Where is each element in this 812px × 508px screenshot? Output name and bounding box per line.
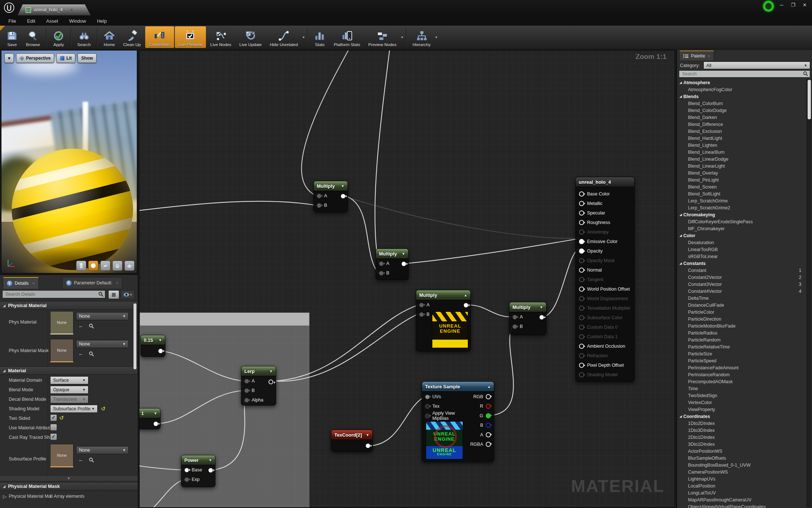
phys-material-mask-dropdown[interactable]: None▼	[76, 340, 129, 348]
node-material-result[interactable]: unreal_holo_4 Base Color Metallic Specul…	[575, 177, 635, 382]
comment-node-title[interactable]	[140, 313, 309, 326]
palette-item[interactable]: LocalPosition	[677, 482, 807, 489]
use-selected-icon[interactable]: ←	[78, 350, 84, 356]
collapse-icon[interactable]: ▼	[402, 252, 405, 256]
palette-item[interactable]: Blend_Screen	[677, 183, 807, 190]
tab-close-icon[interactable]: ×	[116, 281, 118, 285]
palette-item[interactable]: Blend_Overlay	[677, 169, 807, 176]
palette-item[interactable]: ParticleColor	[677, 309, 807, 315]
palette-item[interactable]: Blend_LinearDodge	[677, 156, 807, 163]
input-pin[interactable]	[512, 315, 517, 320]
input-pin[interactable]	[425, 414, 430, 418]
palette-item[interactable]: Blend_Difference	[677, 121, 807, 128]
palette-item[interactable]: BoundingBoxBased_0-1_UVW	[677, 462, 807, 468]
node-lerp[interactable]: Lerp▼ A B Alpha	[241, 366, 276, 406]
material-input-pin[interactable]	[579, 296, 584, 301]
input-pin[interactable]	[512, 324, 517, 329]
tab-palette[interactable]: Palette ×	[679, 51, 714, 61]
palette-item[interactable]: DistanceCullFade	[677, 302, 807, 309]
close-button[interactable]: ✕	[800, 1, 810, 9]
palette-item[interactable]: LongLatToUV	[677, 489, 807, 496]
palette-item[interactable]: 1Dto3DIndex	[677, 427, 807, 434]
show-button[interactable]: Show	[78, 53, 97, 63]
output-pin[interactable]	[158, 349, 163, 353]
collapse-icon[interactable]: ▼	[341, 184, 345, 188]
subsurface-profile-thumbnail[interactable]: None	[50, 444, 74, 467]
collapse-icon[interactable]: ▲	[464, 293, 467, 297]
asset-tab[interactable]: unreal_holo_4 ×	[18, 4, 91, 15]
output-pin[interactable]	[464, 303, 468, 307]
material-graph-canvas[interactable]: MATERIAL	[139, 50, 675, 508]
palette-item[interactable]: AtmosphericFogColor	[677, 86, 807, 93]
shading-model-dropdown[interactable]: Subsurface Profile▼	[50, 405, 98, 413]
palette-item[interactable]: Blend_ColorDodge	[677, 107, 807, 114]
use-selected-icon[interactable]: ←	[78, 456, 84, 463]
platform-stats-button[interactable]: Platform Stats	[330, 26, 364, 48]
palette-scrollbar-track[interactable]	[807, 79, 811, 507]
save-button[interactable]: Save	[3, 26, 22, 48]
output-pin[interactable]	[486, 394, 491, 399]
output-pin[interactable]	[486, 423, 491, 428]
phys-material-thumbnail[interactable]: None	[50, 311, 74, 335]
browse-button[interactable]: Browse	[22, 26, 44, 48]
palette-item[interactable]: ViewProperty	[677, 406, 807, 413]
palette-item[interactable]: ParticleRelativeTime	[677, 343, 807, 350]
node-multiply[interactable]: Multiply▼ A B	[509, 302, 546, 335]
two-sided-checkbox[interactable]: ✓	[50, 414, 57, 421]
palette-item[interactable]: Blend_LinearLight	[677, 163, 807, 169]
material-input-pin[interactable]	[579, 268, 584, 273]
browse-to-asset-icon[interactable]	[89, 351, 94, 357]
palette-item[interactable]: PerInstanceFadeAmount	[677, 364, 807, 371]
subsurface-profile-dropdown[interactable]: None▼	[76, 446, 129, 454]
menu-item[interactable]: Edit	[22, 18, 41, 24]
palette-item[interactable]: DeltaTime	[677, 295, 807, 302]
material-input-pin[interactable]	[579, 239, 584, 244]
node-texcoord[interactable]: TexCoord[2]▼	[331, 430, 373, 452]
tab-close-icon[interactable]: ×	[70, 7, 73, 12]
input-pin[interactable]	[425, 404, 430, 409]
palette-item[interactable]: ParticleDirection	[677, 315, 807, 322]
sphere-shape-button[interactable]	[88, 261, 98, 271]
live-nodes-button[interactable]: Live Nodes	[207, 26, 235, 48]
collapse-icon[interactable]: ▼	[158, 338, 162, 342]
palette-item[interactable]: CameraPositionWS	[677, 468, 807, 475]
material-input-pin[interactable]	[579, 191, 584, 197]
node-constant[interactable]: 1▼	[139, 408, 161, 429]
material-input-pin[interactable]	[579, 229, 584, 235]
palette-item[interactable]: Constant 1	[677, 267, 807, 274]
palette-scrollbar-thumb[interactable]	[808, 80, 811, 119]
material-input-pin[interactable]	[579, 344, 584, 349]
material-input-pin[interactable]	[579, 306, 584, 311]
input-pin[interactable]	[244, 398, 249, 403]
palette-item[interactable]: Blend_Exclusion	[677, 128, 807, 135]
material-input-pin[interactable]	[579, 287, 584, 292]
view-options-button[interactable]: ▾	[121, 290, 135, 299]
palette-item[interactable]: Blend_LinearBurn	[677, 149, 807, 156]
material-input-pin[interactable]	[579, 210, 584, 216]
clean-up-button[interactable]: Clean Up	[120, 26, 144, 48]
apply-button[interactable]: Apply	[49, 26, 68, 48]
palette-item[interactable]: Constant3Vector 3	[677, 281, 807, 288]
palette-item[interactable]: ◢ Chromakeying	[677, 211, 807, 218]
input-pin[interactable]	[317, 203, 322, 208]
palette-item[interactable]: sRGBToLinear	[677, 253, 807, 260]
node-multiply[interactable]: Multiply▼ A B	[313, 181, 348, 212]
reset-to-default-icon[interactable]: ↺	[59, 415, 64, 421]
material-input-pin[interactable]	[579, 220, 584, 225]
input-pin[interactable]	[379, 271, 384, 276]
material-input-pin[interactable]	[579, 363, 584, 368]
display-filter-button[interactable]: ▦	[108, 290, 119, 299]
cube-shape-button[interactable]	[112, 261, 123, 271]
hide-unrelated-button[interactable]: Hide Unrelated	[266, 26, 302, 48]
palette-item[interactable]: ParticleSpeed	[677, 357, 807, 364]
collapse-icon[interactable]: ▼	[269, 369, 273, 373]
maximize-button[interactable]: ❐	[788, 1, 798, 9]
palette-item[interactable]: ◢ Atmosphere	[677, 79, 807, 86]
hierarchy-dropdown-icon[interactable]: ▾	[435, 35, 437, 39]
section-physical-material[interactable]: ◢ Physical Material	[0, 301, 138, 310]
node-texture-sample[interactable]: Texture Sample▲ UVs Tex Apply View MipBi…	[422, 381, 494, 462]
material-input-pin[interactable]	[579, 353, 584, 358]
cast-ray-traced-shadows-checkbox[interactable]: ✓	[50, 433, 57, 440]
material-input-pin[interactable]	[579, 249, 584, 254]
collapse-icon[interactable]: ▼	[154, 411, 157, 415]
